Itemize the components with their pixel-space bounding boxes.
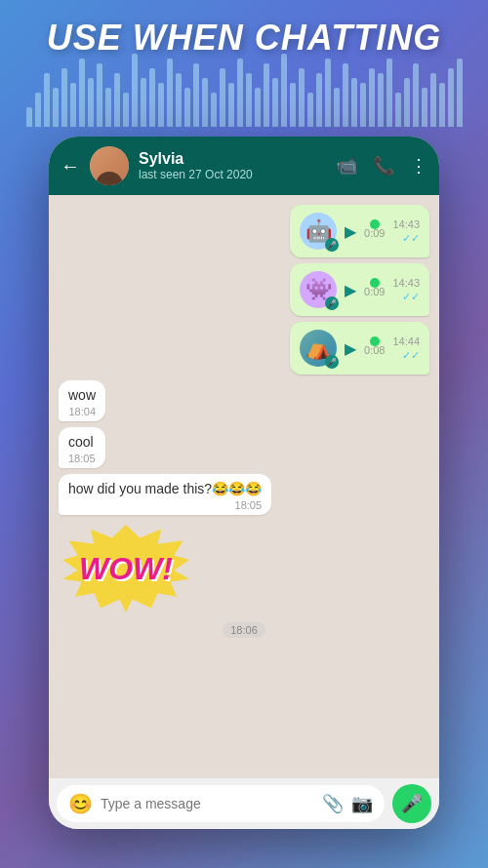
sticker-timestamp: 18:06 (223, 622, 265, 638)
eq-bar (167, 59, 173, 127)
voice-meta-2: 14:43 ✓✓ (392, 277, 420, 303)
eq-bar (79, 59, 85, 127)
check-marks-3: ✓✓ (402, 349, 420, 362)
eq-bar (237, 59, 243, 127)
eq-bar (26, 107, 32, 127)
eq-bar (307, 93, 313, 127)
eq-bar (351, 78, 357, 127)
eq-bar (378, 73, 384, 127)
eq-bar (70, 83, 76, 127)
play-button-1[interactable]: ▶ (345, 222, 356, 241)
mic-button[interactable]: 🎤 (392, 784, 431, 823)
eq-bar (255, 88, 261, 127)
eq-bar (211, 93, 217, 127)
voice-meta-1: 14:43 ✓✓ (392, 218, 420, 245)
eq-bar (228, 83, 234, 127)
eq-bar (316, 73, 322, 127)
mic-badge-2: 🎤 (325, 296, 339, 310)
play-button-2[interactable]: ▶ (345, 281, 356, 299)
voice-time-2: 14:43 (392, 277, 420, 289)
sticker-area: WOW! (59, 521, 193, 616)
contact-avatar (90, 146, 129, 185)
play-button-3[interactable]: ▶ (345, 339, 356, 358)
eq-bar (246, 73, 252, 127)
message-text-how: how did you made this?😂😂😂 (68, 481, 262, 496)
eq-bar (299, 68, 305, 127)
eq-bar (360, 83, 366, 127)
text-message-how: how did you made this?😂😂😂 18:05 (59, 474, 271, 515)
eq-bar (132, 54, 138, 127)
voice-avatar-3: ⛺ 🎤 (300, 330, 337, 367)
eq-bar (343, 63, 348, 127)
eq-bar (439, 83, 445, 127)
eq-bar (386, 59, 392, 127)
eq-bar (264, 63, 269, 127)
mic-badge-3: 🎤 (325, 355, 339, 369)
eq-bar (290, 83, 296, 127)
eq-bar (193, 63, 199, 127)
voice-message-1: 🤖 🎤 ▶ 0:09 14:43 ✓✓ (290, 205, 429, 257)
voice-time-3: 14:44 (392, 335, 420, 347)
eq-bar (61, 68, 67, 127)
voice-avatar-1: 🤖 🎤 (300, 213, 337, 250)
voice-call-icon[interactable]: 📞 (373, 155, 394, 177)
camera-icon[interactable]: 📷 (351, 793, 373, 814)
eq-bar (272, 78, 278, 127)
wow-sticker: WOW! (62, 525, 189, 612)
message-input[interactable] (101, 796, 314, 811)
check-marks-2: ✓✓ (402, 291, 420, 303)
emoji-button[interactable]: 😊 (68, 792, 93, 815)
text-message-wow: wow 18:04 (59, 380, 105, 421)
eq-bar (141, 78, 146, 127)
eq-bar (44, 73, 50, 127)
video-call-icon[interactable]: 📹 (336, 155, 357, 177)
avatar-face (90, 146, 129, 185)
message-input-box[interactable]: 😊 📎 📷 (57, 785, 385, 822)
eq-bar (430, 73, 436, 127)
phone-mockup: ← Sylvia last seen 27 Oct 2020 📹 📞 ⋮ 🤖 🎤… (49, 137, 439, 829)
eq-bar (114, 73, 120, 127)
sticker-text: WOW! (62, 525, 189, 612)
contact-status: last seen 27 Oct 2020 (139, 168, 326, 181)
eq-bar (105, 88, 111, 127)
attachment-icon[interactable]: 📎 (322, 793, 344, 814)
check-marks-1: ✓✓ (402, 232, 420, 245)
mic-icon: 🎤 (401, 793, 423, 814)
message-text-cool: cool (68, 434, 94, 450)
eq-bar (176, 73, 182, 127)
message-text-wow: wow (68, 387, 96, 403)
text-message-cool: cool 18:05 (59, 427, 105, 468)
eq-bar (369, 68, 375, 127)
voice-avatar-2: 👾 🎤 (300, 271, 337, 308)
voice-meta-3: 14:44 ✓✓ (392, 335, 420, 362)
contact-name: Sylvia (139, 150, 326, 168)
eq-bar (457, 59, 463, 127)
voice-time-1: 14:43 (392, 218, 420, 230)
eq-bar (413, 63, 419, 127)
eq-bar (53, 88, 59, 127)
chat-header: ← Sylvia last seen 27 Oct 2020 📹 📞 ⋮ (49, 137, 439, 195)
chat-body: 🤖 🎤 ▶ 0:09 14:43 ✓✓ 👾 🎤 ▶ 0:09 (49, 195, 439, 778)
message-time-cool: 18:05 (68, 453, 96, 464)
more-options-icon[interactable]: ⋮ (410, 155, 427, 177)
contact-info: Sylvia last seen 27 Oct 2020 (139, 150, 326, 181)
voice-message-3: ⛺ 🎤 ▶ 0:08 14:44 ✓✓ (290, 322, 429, 375)
eq-bar (220, 68, 225, 127)
message-time-wow: 18:04 (68, 406, 96, 417)
eq-bar (123, 93, 129, 127)
eq-bar (422, 88, 427, 127)
voice-message-2: 👾 🎤 ▶ 0:09 14:43 ✓✓ (290, 263, 429, 316)
header-icons: 📹 📞 ⋮ (336, 155, 427, 177)
eq-bar (448, 68, 454, 127)
eq-bar (184, 88, 190, 127)
mic-badge-1: 🎤 (325, 238, 339, 252)
eq-bar (158, 83, 164, 127)
message-time-how: 18:05 (68, 499, 262, 511)
eq-bar (395, 93, 401, 127)
eq-bar (334, 88, 340, 127)
eq-bar (404, 78, 410, 127)
eq-bar (35, 93, 41, 127)
eq-bar (281, 54, 287, 127)
eq-bar (88, 78, 94, 127)
back-button[interactable]: ← (61, 155, 80, 178)
